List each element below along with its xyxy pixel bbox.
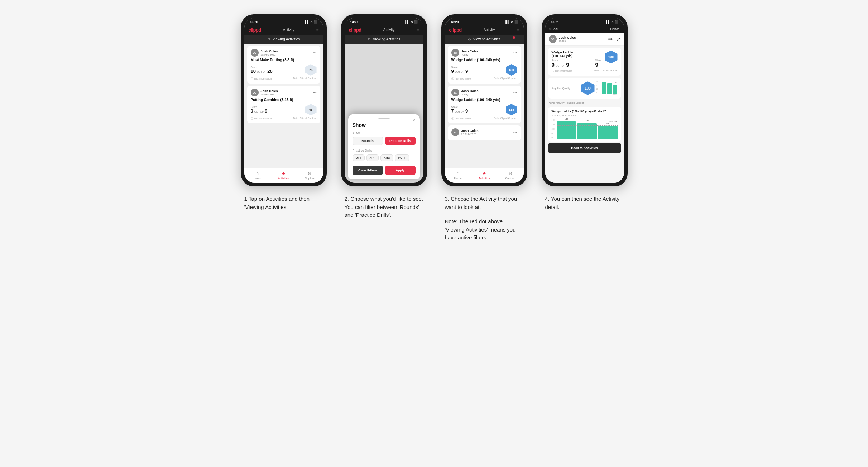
activity-title-2: Putting Combine (3-15 ft) xyxy=(251,98,317,102)
activity-banner-2[interactable]: ⚙ Viewing Activities xyxy=(345,35,423,44)
bottom-nav-1: ⌂ Home ♣ Activities ⊕ Capture xyxy=(244,168,323,183)
back-to-activities-button[interactable]: Back to Activities xyxy=(548,143,621,153)
activity-card-3a[interactable]: JC Josh Coles Today ••• Wedge Ladder (10… xyxy=(448,46,521,84)
nav-home-1[interactable]: ⌂ Home xyxy=(244,171,270,180)
menu-icon-1[interactable]: ≡ xyxy=(316,28,318,33)
dashed-line xyxy=(596,83,618,83)
avatar-2: JC xyxy=(251,89,259,96)
status-bar-1: 13:20 ▌▌⊙⬛ xyxy=(244,18,323,25)
header-title-1: Activity xyxy=(283,28,294,32)
status-bar-3: 13:20 ▌▌⊙⬛ xyxy=(445,18,524,25)
phone-1: 13:20 ▌▌⊙⬛ clippd Activity ≡ ⚙ Viewing A… xyxy=(241,14,327,186)
bar-3 xyxy=(613,85,617,94)
bar-1 xyxy=(602,82,606,94)
banner-text-1: Viewing Activities xyxy=(273,37,300,41)
user-name-2: Josh Coles xyxy=(261,89,278,93)
step-2-column: 13:21 ▌▌⊙⬛ clippd Activity ≡ ⚙ Viewing A… xyxy=(341,14,427,219)
activity-title-1: Must Make Putting (3-6 ft) xyxy=(251,58,317,62)
time-2: 13:21 xyxy=(350,20,359,24)
app-header-2: clippd Activity ≡ xyxy=(345,25,423,35)
detail-user-row: JC Josh Coles Today ✏ ⤢ xyxy=(545,33,624,46)
score-value-1: 10 xyxy=(251,68,256,74)
filter-icon-1: ⚙ xyxy=(267,37,270,41)
nav-home-3[interactable]: ⌂ Home xyxy=(445,171,471,180)
detail-content: Wedge Ladder(100–140 yds) Score 9 OUT OF… xyxy=(545,46,624,183)
step-4-column: 13:21 ▌▌⊙⬛ < Back Cancel JC Josh C xyxy=(542,14,628,211)
activity-card-3b[interactable]: JC Josh Coles Today ••• Wedge Ladder (10… xyxy=(448,86,521,123)
caption-2: 2. Choose what you'd like to see. You ca… xyxy=(345,195,423,219)
nav-activities-1[interactable]: ♣ Activities xyxy=(270,171,297,180)
nav-activities-3[interactable]: ♣ Activities xyxy=(471,171,497,180)
bottom-nav-3: ⌂ Home ♣ Activities ⊕ Capture xyxy=(445,168,524,183)
status-bar-2: 13:21 ▌▌⊙⬛ xyxy=(345,18,423,25)
avatar-3b: JC xyxy=(451,89,459,96)
detail-sq-hex: 130 xyxy=(605,51,618,63)
avatar-4: JC xyxy=(549,35,557,43)
detail-score-section: Wedge Ladder(100–140 yds) Score 9 OUT OF… xyxy=(548,48,621,76)
capture-icon-1: ⊕ xyxy=(308,171,312,176)
filter-toggle-row: Rounds Practice Drills xyxy=(353,137,416,145)
caption-3a: 3. Choose the Activity that you want to … xyxy=(445,195,524,211)
avg-sq-label: Avg Shot Quality xyxy=(552,87,578,90)
caption-3: 3. Choose the Activity that you want to … xyxy=(445,195,524,242)
apply-button[interactable]: Apply xyxy=(385,166,416,175)
status-icons-1: ▌▌⊙⬛ xyxy=(305,20,317,24)
filter-tag-row: OTT APP ARG PUTT xyxy=(353,154,416,161)
sq-hex-3a: 130 xyxy=(506,64,517,76)
sq-hex-2: 45 xyxy=(305,104,317,115)
nav-capture-3[interactable]: ⊕ Capture xyxy=(497,171,523,180)
app-header-3: clippd Activity ≡ xyxy=(445,25,524,35)
close-icon[interactable]: ✕ xyxy=(412,118,416,123)
footer-left-1: ⓘ Test Information xyxy=(251,77,272,81)
sq-hex-3b: 118 xyxy=(506,104,517,115)
clear-filters-button[interactable]: Clear Filters xyxy=(353,166,383,175)
phone-4: 13:21 ▌▌⊙⬛ < Back Cancel JC Josh C xyxy=(542,14,628,186)
time-1: 13:20 xyxy=(250,20,258,24)
practice-drills-label: Practice Drills xyxy=(353,149,416,152)
activity-card-2[interactable]: JC Josh Coles 28 Feb 2023 ••• Putting Co… xyxy=(247,86,320,123)
tag-putt[interactable]: PUTT xyxy=(395,154,409,161)
expand-icon[interactable]: ⤢ xyxy=(616,36,620,43)
header-title-3: Activity xyxy=(484,28,495,32)
tag-arg[interactable]: ARG xyxy=(380,154,393,161)
avatar-3c: JC xyxy=(451,128,459,136)
page-container: 13:20 ▌▌⊙⬛ clippd Activity ≡ ⚙ Viewing A… xyxy=(241,14,628,242)
back-button[interactable]: < Back xyxy=(549,27,559,31)
big-sq-hex: 130 xyxy=(581,81,595,95)
phone-2: 13:21 ▌▌⊙⬛ clippd Activity ≡ ⚙ Viewing A… xyxy=(341,14,427,186)
card-menu-2[interactable]: ••• xyxy=(313,91,317,95)
detail-action-icons: ✏ ⤢ xyxy=(608,36,620,43)
rounds-toggle[interactable]: Rounds xyxy=(353,137,383,145)
menu-icon-3[interactable]: ≡ xyxy=(517,28,519,33)
activity-banner-3[interactable]: ⚙ Viewing Activities xyxy=(445,35,524,44)
card-menu-1[interactable]: ••• xyxy=(313,51,317,55)
practice-drills-toggle[interactable]: Practice Drills xyxy=(385,137,416,145)
footer-right-1: Data: Clippd Capture xyxy=(293,77,316,81)
red-dot-3 xyxy=(513,36,515,39)
nav-capture-1[interactable]: ⊕ Capture xyxy=(297,171,323,180)
activity-card-1[interactable]: JC Josh Coles 28 Feb 2023 ••• Must Make … xyxy=(247,46,320,84)
banner-text-2: Viewing Activities xyxy=(373,37,401,41)
menu-icon-2[interactable]: ≡ xyxy=(416,28,419,33)
banner-text-3: Viewing Activities xyxy=(473,37,501,41)
user-date-1: 28 Feb 2023 xyxy=(261,53,278,56)
phone-3: 13:20 ▌▌⊙⬛ clippd Activity ≡ ⚙ Viewing A… xyxy=(441,14,527,186)
step-1-column: 13:20 ▌▌⊙⬛ clippd Activity ≡ ⚙ Viewing A… xyxy=(241,14,327,211)
cancel-button[interactable]: Cancel xyxy=(610,27,620,31)
avg-sq-section: Avg Shot Quality 130 xyxy=(548,78,621,99)
phone-content-1: JC Josh Coles 28 Feb 2023 ••• Must Make … xyxy=(244,44,323,168)
score-label-1: Score xyxy=(251,66,273,68)
tag-app[interactable]: APP xyxy=(366,154,379,161)
tag-ott[interactable]: OTT xyxy=(353,154,365,161)
activities-icon-1: ♣ xyxy=(282,171,285,176)
show-section-label: Show xyxy=(353,131,416,134)
modal-handle xyxy=(378,118,390,119)
header-title-2: Activity xyxy=(383,28,395,32)
edit-icon[interactable]: ✏ xyxy=(608,36,613,43)
activity-banner-1[interactable]: ⚙ Viewing Activities xyxy=(244,35,323,44)
user-name-1: Josh Coles xyxy=(261,49,278,53)
time-3: 13:20 xyxy=(451,20,459,24)
chart-section: Wedge Ladder (100–140 yds) - 06 Mar 23 →… xyxy=(548,107,621,142)
logo-2: clippd xyxy=(349,27,361,33)
activity-card-3c[interactable]: JC Josh Coles 28 Feb 2023 ••• xyxy=(448,125,521,140)
